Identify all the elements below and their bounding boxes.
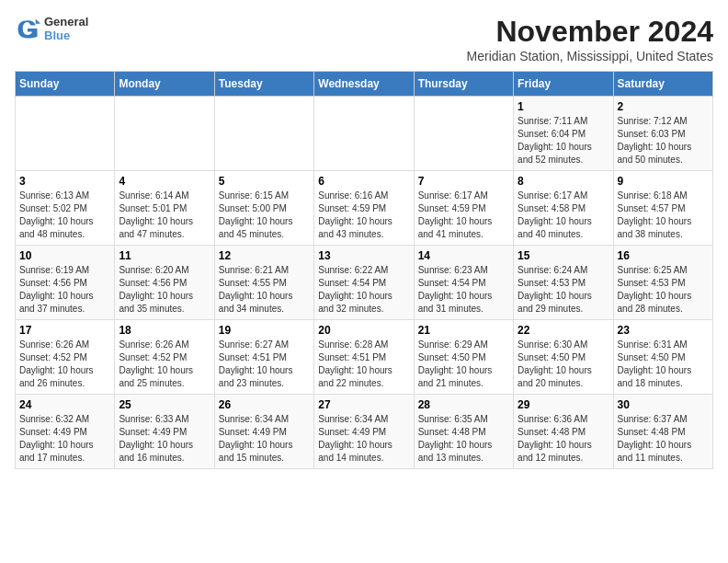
table-row: 19Sunrise: 6:27 AM Sunset: 4:51 PM Dayli… <box>214 320 313 395</box>
day-info: Sunrise: 6:20 AM Sunset: 4:56 PM Dayligh… <box>119 264 210 316</box>
day-info: Sunrise: 6:14 AM Sunset: 5:01 PM Dayligh… <box>119 190 210 241</box>
logo-line2: Blue <box>44 29 88 42</box>
table-row: 16Sunrise: 6:25 AM Sunset: 4:53 PM Dayli… <box>613 246 712 320</box>
day-number: 28 <box>418 398 509 411</box>
day-info: Sunrise: 6:17 AM Sunset: 4:58 PM Dayligh… <box>518 190 609 241</box>
day-info: Sunrise: 6:32 AM Sunset: 4:49 PM Dayligh… <box>19 413 110 465</box>
header-thursday: Thursday <box>414 72 513 97</box>
month-title: November 2024 <box>467 15 713 49</box>
table-row: 3Sunrise: 6:13 AM Sunset: 5:02 PM Daylig… <box>16 171 115 246</box>
table-row: 4Sunrise: 6:14 AM Sunset: 5:01 PM Daylig… <box>115 171 214 246</box>
header-monday: Monday <box>115 72 214 97</box>
table-row: 5Sunrise: 6:15 AM Sunset: 5:00 PM Daylig… <box>214 171 313 246</box>
day-info: Sunrise: 6:24 AM Sunset: 4:53 PM Dayligh… <box>518 264 609 316</box>
day-info: Sunrise: 6:34 AM Sunset: 4:49 PM Dayligh… <box>318 413 409 465</box>
logo-line1: General <box>44 15 88 29</box>
day-info: Sunrise: 6:13 AM Sunset: 5:02 PM Dayligh… <box>19 190 110 241</box>
day-info: Sunrise: 6:27 AM Sunset: 4:51 PM Dayligh… <box>219 339 310 390</box>
table-row: 23Sunrise: 6:31 AM Sunset: 4:50 PM Dayli… <box>613 320 712 395</box>
table-row: 12Sunrise: 6:21 AM Sunset: 4:55 PM Dayli… <box>214 246 313 320</box>
day-info: Sunrise: 6:34 AM Sunset: 4:49 PM Dayligh… <box>219 413 310 465</box>
day-number: 1 <box>518 100 609 113</box>
table-row: 9Sunrise: 6:18 AM Sunset: 4:57 PM Daylig… <box>613 171 712 246</box>
day-info: Sunrise: 6:28 AM Sunset: 4:51 PM Dayligh… <box>318 339 409 390</box>
table-row: 28Sunrise: 6:35 AM Sunset: 4:48 PM Dayli… <box>414 395 513 469</box>
table-row <box>214 97 313 171</box>
table-row: 27Sunrise: 6:34 AM Sunset: 4:49 PM Dayli… <box>314 395 414 469</box>
header-friday: Friday <box>514 72 613 97</box>
logo: General Blue <box>15 15 88 42</box>
day-info: Sunrise: 6:19 AM Sunset: 4:56 PM Dayligh… <box>19 264 110 316</box>
table-row <box>314 97 414 171</box>
table-row: 2Sunrise: 7:12 AM Sunset: 6:03 PM Daylig… <box>613 97 712 171</box>
table-row: 17Sunrise: 6:26 AM Sunset: 4:52 PM Dayli… <box>16 320 115 395</box>
day-number: 3 <box>19 175 110 188</box>
day-number: 19 <box>219 324 310 337</box>
day-number: 27 <box>318 398 409 411</box>
day-info: Sunrise: 6:15 AM Sunset: 5:00 PM Dayligh… <box>219 190 310 241</box>
day-number: 24 <box>19 398 110 411</box>
header-sunday: Sunday <box>16 72 115 97</box>
calendar-body: 1Sunrise: 7:11 AM Sunset: 6:04 PM Daylig… <box>16 97 713 469</box>
day-number: 6 <box>318 175 409 188</box>
day-number: 8 <box>518 175 609 188</box>
table-row <box>414 97 513 171</box>
table-row: 11Sunrise: 6:20 AM Sunset: 4:56 PM Dayli… <box>115 246 214 320</box>
day-info: Sunrise: 6:29 AM Sunset: 4:50 PM Dayligh… <box>418 339 509 390</box>
day-info: Sunrise: 6:30 AM Sunset: 4:50 PM Dayligh… <box>518 339 609 390</box>
week-row-5: 24Sunrise: 6:32 AM Sunset: 4:49 PM Dayli… <box>16 395 713 469</box>
table-row: 20Sunrise: 6:28 AM Sunset: 4:51 PM Dayli… <box>314 320 414 395</box>
table-row: 22Sunrise: 6:30 AM Sunset: 4:50 PM Dayli… <box>514 320 613 395</box>
day-number: 11 <box>119 249 210 262</box>
table-row: 13Sunrise: 6:22 AM Sunset: 4:54 PM Dayli… <box>314 246 414 320</box>
day-number: 14 <box>418 249 509 262</box>
week-row-4: 17Sunrise: 6:26 AM Sunset: 4:52 PM Dayli… <box>16 320 713 395</box>
header-wednesday: Wednesday <box>314 72 414 97</box>
table-row: 1Sunrise: 7:11 AM Sunset: 6:04 PM Daylig… <box>514 97 613 171</box>
day-number: 16 <box>618 249 709 262</box>
day-number: 25 <box>119 398 210 411</box>
location: Meridian Station, Mississippi, United St… <box>467 49 713 63</box>
day-number: 12 <box>219 249 310 262</box>
table-row: 6Sunrise: 6:16 AM Sunset: 4:59 PM Daylig… <box>314 171 414 246</box>
day-info: Sunrise: 7:11 AM Sunset: 6:04 PM Dayligh… <box>518 115 609 167</box>
table-row: 7Sunrise: 6:17 AM Sunset: 4:59 PM Daylig… <box>414 171 513 246</box>
table-row: 15Sunrise: 6:24 AM Sunset: 4:53 PM Dayli… <box>514 246 613 320</box>
table-row: 30Sunrise: 6:37 AM Sunset: 4:48 PM Dayli… <box>613 395 712 469</box>
day-info: Sunrise: 6:21 AM Sunset: 4:55 PM Dayligh… <box>219 264 310 316</box>
day-number: 13 <box>318 249 409 262</box>
title-block: November 2024 Meridian Station, Mississi… <box>467 15 713 63</box>
day-number: 17 <box>19 324 110 337</box>
table-row: 26Sunrise: 6:34 AM Sunset: 4:49 PM Dayli… <box>214 395 313 469</box>
table-row <box>115 97 214 171</box>
day-info: Sunrise: 6:18 AM Sunset: 4:57 PM Dayligh… <box>618 190 709 241</box>
week-row-2: 3Sunrise: 6:13 AM Sunset: 5:02 PM Daylig… <box>16 171 713 246</box>
table-row: 25Sunrise: 6:33 AM Sunset: 4:49 PM Dayli… <box>115 395 214 469</box>
table-row: 18Sunrise: 6:26 AM Sunset: 4:52 PM Dayli… <box>115 320 214 395</box>
day-info: Sunrise: 6:36 AM Sunset: 4:48 PM Dayligh… <box>518 413 609 465</box>
logo-text: General Blue <box>44 15 88 42</box>
header: General Blue November 2024 Meridian Stat… <box>15 15 713 63</box>
day-number: 2 <box>618 100 709 113</box>
day-info: Sunrise: 6:16 AM Sunset: 4:59 PM Dayligh… <box>318 190 409 241</box>
day-info: Sunrise: 6:33 AM Sunset: 4:49 PM Dayligh… <box>119 413 210 465</box>
day-number: 22 <box>518 324 609 337</box>
day-number: 10 <box>19 249 110 262</box>
table-row: 29Sunrise: 6:36 AM Sunset: 4:48 PM Dayli… <box>514 395 613 469</box>
calendar-header: SundayMondayTuesdayWednesdayThursdayFrid… <box>16 72 713 97</box>
table-row: 8Sunrise: 6:17 AM Sunset: 4:58 PM Daylig… <box>514 171 613 246</box>
day-number: 21 <box>418 324 509 337</box>
day-info: Sunrise: 6:35 AM Sunset: 4:48 PM Dayligh… <box>418 413 509 465</box>
day-info: Sunrise: 6:26 AM Sunset: 4:52 PM Dayligh… <box>19 339 110 390</box>
week-row-1: 1Sunrise: 7:11 AM Sunset: 6:04 PM Daylig… <box>16 97 713 171</box>
day-info: Sunrise: 6:25 AM Sunset: 4:53 PM Dayligh… <box>618 264 709 316</box>
calendar-table: SundayMondayTuesdayWednesdayThursdayFrid… <box>15 71 713 469</box>
day-number: 7 <box>418 175 509 188</box>
day-info: Sunrise: 6:22 AM Sunset: 4:54 PM Dayligh… <box>318 264 409 316</box>
day-info: Sunrise: 6:23 AM Sunset: 4:54 PM Dayligh… <box>418 264 509 316</box>
day-number: 23 <box>618 324 709 337</box>
week-row-3: 10Sunrise: 6:19 AM Sunset: 4:56 PM Dayli… <box>16 246 713 320</box>
table-row: 24Sunrise: 6:32 AM Sunset: 4:49 PM Dayli… <box>16 395 115 469</box>
logo-icon <box>15 16 40 41</box>
day-info: Sunrise: 6:31 AM Sunset: 4:50 PM Dayligh… <box>618 339 709 390</box>
